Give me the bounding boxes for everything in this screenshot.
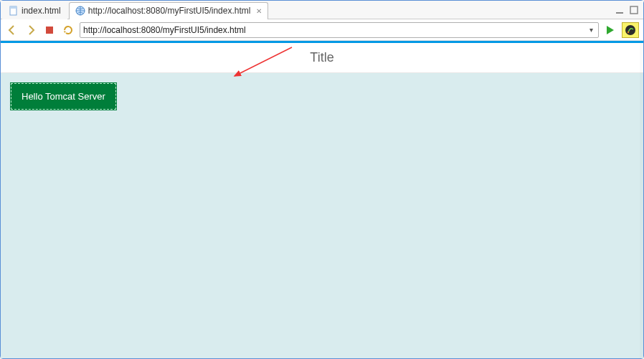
svg-rect-1 xyxy=(10,6,16,9)
page-title: Title xyxy=(310,50,333,65)
address-bar[interactable]: ▾ xyxy=(80,22,599,38)
svg-rect-4 xyxy=(630,6,638,14)
window-controls xyxy=(615,5,643,15)
go-button[interactable] xyxy=(603,23,617,37)
url-input[interactable] xyxy=(83,25,587,35)
tab-label: index.html xyxy=(22,6,61,16)
svg-point-6 xyxy=(625,25,635,35)
page-body: Hello Tomcat Server xyxy=(1,73,643,358)
page-content: Title Hello Tomcat Server xyxy=(1,43,643,358)
svg-point-7 xyxy=(628,31,629,32)
debug-icon[interactable] xyxy=(622,22,639,38)
page-header: Title xyxy=(1,43,643,73)
minimize-icon[interactable] xyxy=(615,5,625,15)
file-icon xyxy=(9,6,19,16)
tab-localhost-page[interactable]: http://localhost:8080/myFirstUI5/index.h… xyxy=(69,2,269,19)
globe-icon xyxy=(75,6,85,16)
svg-rect-3 xyxy=(616,12,623,14)
svg-rect-5 xyxy=(46,27,53,34)
vertical-scrollbar[interactable] xyxy=(640,43,643,358)
close-icon[interactable]: ✕ xyxy=(256,7,262,15)
browser-view-window: index.html http://localhost:8080/myFirst… xyxy=(0,0,644,359)
tab-bar: index.html http://localhost:8080/myFirst… xyxy=(1,1,643,19)
navigation-toolbar: ▾ xyxy=(1,19,643,41)
hello-button[interactable]: Hello Tomcat Server xyxy=(11,83,116,110)
maximize-icon[interactable] xyxy=(629,5,639,15)
stop-button[interactable] xyxy=(42,23,57,37)
back-button[interactable] xyxy=(5,23,19,37)
forward-button[interactable] xyxy=(24,23,38,37)
refresh-button[interactable] xyxy=(61,23,75,37)
tab-index-html[interactable]: index.html xyxy=(2,2,67,19)
chevron-down-icon[interactable]: ▾ xyxy=(587,26,595,34)
tab-label: http://localhost:8080/myFirstUI5/index.h… xyxy=(88,6,251,16)
